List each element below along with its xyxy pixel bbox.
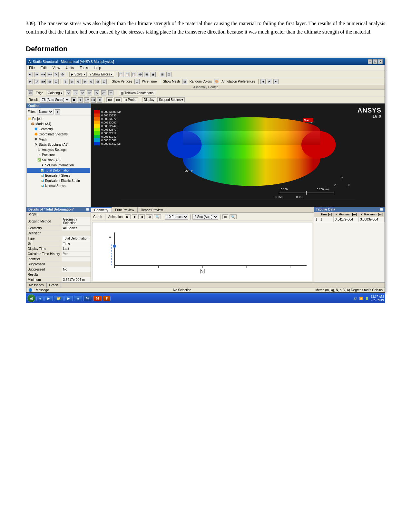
details-resize-icon[interactable]: ⊞ (86, 208, 89, 211)
taskbar-play-btn[interactable]: ▶ (44, 296, 53, 301)
icon-e[interactable]: ⊞ (144, 72, 149, 77)
undo-icon[interactable]: ↩ (28, 72, 33, 77)
tree-item-elastic-strain[interactable]: 📊 Equivalent Elastic Strain (27, 178, 90, 183)
anim-icon-1[interactable]: ⊞ (222, 214, 228, 219)
menu-view[interactable]: View (51, 65, 62, 70)
stop-btn[interactable]: ■ (132, 214, 137, 219)
close-button[interactable]: ✕ (378, 59, 383, 64)
tree-item-model[interactable]: 📦 Model (A4) (27, 121, 90, 126)
tb-icon-8[interactable]: ⊕ (76, 79, 81, 84)
edge-icon-6[interactable]: A⁺ (101, 90, 106, 95)
tree-item-normal-stress[interactable]: 📊 Normal Stress (27, 183, 90, 188)
tree-item-analysis[interactable]: ⚙ Analysis Settings (27, 147, 90, 152)
rotate-icon[interactable]: ↺ (34, 79, 39, 84)
result-icon-2[interactable]: ▾ (78, 97, 83, 103)
tb-icon-6[interactable]: S (63, 79, 68, 84)
anim-icon-2[interactable]: 🔍 (230, 214, 237, 219)
tb-icon-9[interactable]: ⊕ (82, 79, 87, 84)
windows-icon-2[interactable]: ⊡ (166, 72, 171, 77)
tb-icon-12[interactable]: ⊡ (102, 79, 107, 84)
play-btn[interactable]: ▶ (125, 214, 131, 219)
arrow-left-icon[interactable]: ◄ (260, 79, 266, 84)
no-btn[interactable]: no (106, 97, 113, 102)
menu-units[interactable]: Units (64, 65, 75, 70)
taskbar-ie-btn[interactable]: e (36, 296, 44, 301)
result-icon-5[interactable]: ≡ (97, 97, 102, 103)
redo-icon[interactable]: ↪ (34, 72, 39, 77)
menu-tools[interactable]: Tools (78, 65, 89, 70)
auto-scale-select[interactable]: 76 (Auto Scale) (40, 97, 70, 103)
sec-select[interactable]: 2 Sec (Auto) (192, 214, 218, 220)
tb-icon-10[interactable]: ⊕ (89, 79, 94, 84)
result-icon-4[interactable]: ⊡▾ (91, 97, 96, 103)
redo-drop-icon[interactable]: ↪▾ (47, 72, 52, 77)
tb-icon-4[interactable]: ⊡ (47, 79, 52, 84)
icon-c[interactable]: 📋 (131, 72, 136, 77)
frame-btn-2[interactable]: ⏭ (146, 214, 152, 219)
frames-select[interactable]: 10 Frames (165, 214, 188, 220)
solve-button[interactable]: ▶ Solve ▾ (69, 72, 87, 77)
tree-item-equiv-stress[interactable]: 📊 Equivalent Stress (27, 173, 90, 178)
thicken-annotations-btn[interactable]: ▥ Thicken Annotations (119, 91, 155, 95)
filter-select[interactable]: Name (37, 109, 54, 114)
refresh-icon[interactable]: ⟳ (54, 72, 59, 77)
windows-icon[interactable]: ⊞ (160, 72, 165, 77)
undo-drop-icon[interactable]: ↩▾ (41, 72, 46, 77)
settings-icon[interactable]: ⚙ (60, 72, 65, 77)
bottom-tab-messages[interactable]: Messages (26, 283, 47, 288)
start-button[interactable]: ⊞ (27, 294, 35, 302)
frame-btn-3[interactable]: 🔍 (154, 214, 161, 219)
tree-item-mesh[interactable]: ⊞ Mesh (27, 137, 90, 142)
result-icon-3[interactable]: ⊡▾ (84, 97, 89, 103)
bottom-tab-graph[interactable]: Graph (47, 283, 61, 288)
taskbar-lambda-btn[interactable]: Λ (74, 296, 82, 301)
edge-icon-3[interactable]: A⁺ (80, 90, 85, 95)
icon-b[interactable]: 📋 (125, 72, 130, 77)
result-icon-1[interactable]: ◼ (71, 97, 76, 103)
tree-item-coords[interactable]: 🔶 Coordinate Systems (27, 132, 90, 137)
tree-item-static[interactable]: ⚙ Static Structural (A5) (27, 142, 90, 147)
taskbar-word-btn[interactable]: W (83, 296, 92, 301)
edge-icon-7[interactable]: ✏ (108, 90, 113, 95)
show-mesh-icon[interactable]: ⊡ (182, 79, 187, 84)
taskbar-winamp-btn[interactable]: ▶ (64, 296, 73, 301)
tree-item-pressure[interactable]: → Pressure (27, 152, 90, 157)
random-colors-icon[interactable]: 🎨 (214, 79, 219, 84)
probe-btn[interactable]: ⊕ Probe (123, 97, 138, 102)
menu-file[interactable]: File (28, 65, 36, 70)
show-vertices-icon[interactable]: ⊡ (134, 79, 140, 84)
arrow-more-icon[interactable]: ▼ (273, 79, 279, 84)
icon-f[interactable]: ◉ (151, 72, 156, 77)
edge-coloring-dropdown[interactable]: Coloring ▾ (46, 91, 64, 95)
show-errors-button[interactable]: ? Show Errors ▾ (88, 72, 114, 77)
tab-print-preview[interactable]: Print Preview (112, 207, 138, 212)
no2-btn[interactable]: no (114, 97, 121, 102)
icon-a[interactable]: 📋 (118, 72, 123, 77)
tab-report-preview[interactable]: Report Preview (138, 207, 166, 212)
display-btn[interactable]: Display (142, 97, 156, 102)
icon-d[interactable]: ➕ (138, 72, 143, 77)
tree-item-geometry[interactable]: 🔷 Geometry (27, 126, 90, 132)
edge-checkbox-icon[interactable]: ☑ (28, 90, 33, 95)
frame-btn-1[interactable]: ⏮ (138, 214, 145, 219)
tree-item-total-def[interactable]: 📊 Total Deformation (27, 168, 90, 173)
tab-geometry[interactable]: Geometry (91, 207, 112, 212)
viewport[interactable]: ANSYS 16.0 A: Static Structural Total De… (91, 103, 385, 207)
tb-icon-5[interactable]: ⊡ (54, 79, 59, 84)
edge-icon-5[interactable]: A (94, 90, 99, 95)
edge-icon-2[interactable]: A (73, 90, 78, 95)
edge-icon-1[interactable]: A⁻ (66, 90, 71, 95)
menu-help[interactable]: Help (93, 65, 103, 70)
scoped-bodies-btn[interactable]: Scoped Bodies ▾ (157, 97, 185, 102)
filter-icon[interactable]: ▾ (55, 109, 60, 114)
menu-edit[interactable]: Edit (39, 65, 48, 70)
tabular-resize[interactable]: ⊞ (380, 208, 383, 211)
tb-icon-3[interactable]: ⊞▾ (41, 79, 46, 84)
edge-icon-4[interactable]: A⁻ (87, 90, 92, 95)
tb-icon-7[interactable]: ⊕ (69, 79, 74, 84)
select-icon[interactable]: ⊳ (28, 79, 33, 84)
arrow-right-icon[interactable]: ► (267, 79, 272, 84)
taskbar-p-btn[interactable]: P (103, 296, 111, 301)
minimize-button[interactable]: − (368, 59, 372, 64)
tb-icon-11[interactable]: ⊡ (95, 79, 100, 84)
